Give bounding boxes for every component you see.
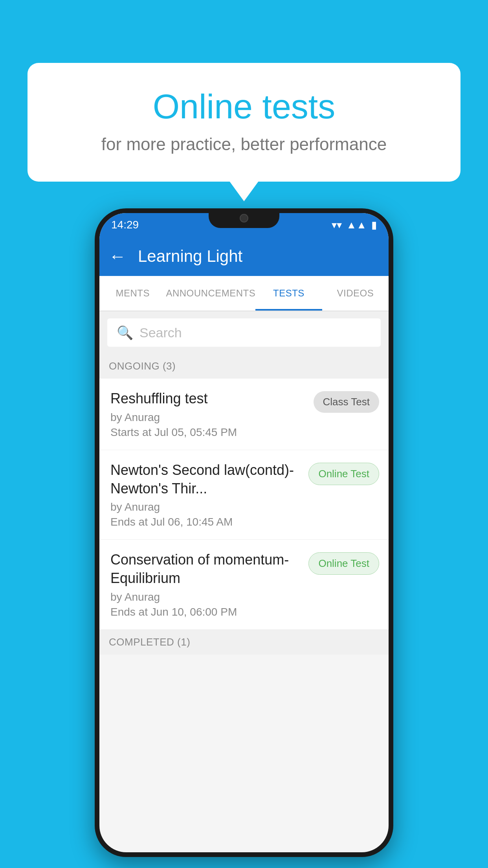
tab-videos[interactable]: VIDEOS (322, 276, 389, 311)
test-badge-2: Online Test (308, 463, 379, 485)
test-date-2: Ends at Jul 06, 10:45 AM (110, 516, 301, 528)
test-author-3: by Anurag (110, 591, 301, 603)
test-info-1: Reshuffling test by Anurag Starts at Jul… (110, 390, 306, 439)
bubble-title: Online tests (59, 86, 429, 127)
ongoing-section-header: ONGOING (3) (99, 354, 389, 379)
search-container: 🔍 Search (99, 311, 389, 354)
signal-icon: ▲▲ (347, 219, 367, 231)
status-time: 14:29 (111, 219, 139, 231)
phone-screen: 14:29 ▾▾ ▲▲ ▮ ← Learning Light MENTS ANN… (99, 213, 389, 852)
tab-ments[interactable]: MENTS (99, 276, 166, 311)
test-badge-3: Online Test (308, 552, 379, 575)
test-title-3: Conservation of momentum-Equilibrium (110, 551, 301, 588)
test-author-1: by Anurag (110, 411, 306, 424)
search-icon: 🔍 (117, 325, 133, 340)
promo-section: Online tests for more practice, better p… (28, 63, 460, 182)
test-item-3[interactable]: Conservation of momentum-Equilibrium by … (99, 540, 389, 630)
test-date-1: Starts at Jul 05, 05:45 PM (110, 426, 306, 439)
test-item-2[interactable]: Newton's Second law(contd)-Newton's Thir… (99, 450, 389, 540)
phone-frame: 14:29 ▾▾ ▲▲ ▮ ← Learning Light MENTS ANN… (95, 208, 393, 857)
tab-announcements[interactable]: ANNOUNCEMENTS (166, 276, 255, 311)
test-badge-1: Class Test (314, 391, 379, 413)
bubble-subtitle: for more practice, better performance (59, 134, 429, 154)
test-info-3: Conservation of momentum-Equilibrium by … (110, 551, 301, 618)
test-item-1[interactable]: Reshuffling test by Anurag Starts at Jul… (99, 379, 389, 450)
app-title: Learning Light (138, 247, 242, 266)
tab-tests[interactable]: TESTS (255, 276, 322, 311)
wifi-icon: ▾▾ (332, 219, 342, 231)
app-bar: ← Learning Light (99, 237, 389, 276)
speech-bubble: Online tests for more practice, better p… (28, 63, 460, 182)
search-placeholder: Search (139, 325, 182, 340)
search-input[interactable]: 🔍 Search (107, 318, 381, 347)
phone-notch (209, 208, 279, 228)
test-list: Reshuffling test by Anurag Starts at Jul… (99, 379, 389, 630)
tabs-bar: MENTS ANNOUNCEMENTS TESTS VIDEOS (99, 276, 389, 311)
test-title-2: Newton's Second law(contd)-Newton's Thir… (110, 461, 301, 498)
status-icons: ▾▾ ▲▲ ▮ (332, 219, 377, 231)
front-camera (240, 214, 248, 223)
battery-icon: ▮ (371, 219, 377, 231)
test-info-2: Newton's Second law(contd)-Newton's Thir… (110, 461, 301, 529)
test-date-3: Ends at Jun 10, 06:00 PM (110, 606, 301, 618)
test-author-2: by Anurag (110, 501, 301, 513)
test-title-1: Reshuffling test (110, 390, 306, 408)
back-button[interactable]: ← (109, 246, 126, 266)
completed-section-header: COMPLETED (1) (99, 630, 389, 655)
